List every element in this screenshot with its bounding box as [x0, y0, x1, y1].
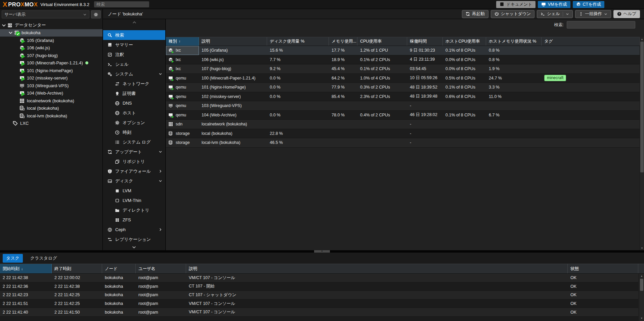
- tree-item[interactable]: 101 (Nginx-HomePage): [0, 67, 102, 74]
- table-row[interactable]: 2 22 11:41:402 22 11:41:50bokukoharoot@p…: [0, 308, 638, 317]
- column-header[interactable]: 説明: [186, 264, 568, 273]
- play-icon: [21, 69, 26, 74]
- cell-type: qemu: [166, 111, 199, 120]
- tree-settings-button[interactable]: [91, 10, 101, 18]
- menu-item[interactable]: ZFS: [103, 215, 165, 225]
- column-header[interactable]: 終了時刻: [52, 264, 102, 273]
- tab-tasks[interactable]: タスク: [3, 254, 23, 263]
- column-header[interactable]: 説明: [199, 37, 267, 46]
- menu-item[interactable]: ファイアウォール: [103, 166, 165, 176]
- tree-item[interactable]: localnetwork (bokukoha): [0, 97, 102, 105]
- menu-item[interactable]: DNS: [103, 98, 165, 108]
- table-row[interactable]: lxc105 (Grafana)15.6 %17.7 %1.2% of 1 CP…: [166, 46, 640, 55]
- menu-item[interactable]: LVM-Thin: [103, 196, 165, 205]
- menu-item[interactable]: 検索: [103, 30, 165, 40]
- restart-button[interactable]: 再起動: [462, 10, 488, 18]
- help-button[interactable]: ヘルプ: [613, 10, 640, 18]
- shell-button[interactable]: シェル: [537, 10, 572, 18]
- menu-item[interactable]: ネットワーク: [103, 79, 165, 89]
- table-row[interactable]: storagelocal (bokukoha)22.8 %-: [166, 129, 640, 139]
- scrollbar-thumb[interactable]: [640, 42, 644, 172]
- tree-item[interactable]: 100 (Minecraft-Paper-1.21.4): [0, 59, 102, 67]
- column-header[interactable]: ノード: [102, 264, 136, 273]
- bulk-actions-button[interactable]: 一括操作: [575, 10, 611, 18]
- column-header[interactable]: 開始時刻↓: [0, 264, 52, 273]
- create-ct-button[interactable]: CTを作成: [573, 1, 604, 8]
- menu-item[interactable]: ディレクトリ: [103, 205, 165, 215]
- menu-item[interactable]: LVM: [103, 186, 165, 196]
- button-divider: [563, 12, 563, 16]
- tree-item[interactable]: local-lvm (bokukoha): [0, 112, 102, 120]
- menu-item[interactable]: 証明書: [103, 89, 165, 98]
- tree-item[interactable]: 107 (hugo-blog): [0, 52, 102, 59]
- cell-uptime: 48 日 18:39:52: [407, 83, 443, 92]
- menu-scroll-up[interactable]: [103, 20, 165, 25]
- tab-cluster-log[interactable]: クラスタログ: [27, 254, 60, 263]
- column-header[interactable]: ホストCPU使用率: [443, 37, 486, 46]
- table-row[interactable]: qemu100 (Minecraft-Paper-1.21.4)0.0 %64.…: [166, 74, 640, 83]
- table-row[interactable]: 2 22 11:42:382 22 12:00:02bokukoharoot@p…: [0, 274, 638, 282]
- view-mode-select[interactable]: サーバ表示: [2, 10, 89, 18]
- scroll-up-arrow[interactable]: ▲: [640, 37, 644, 41]
- type-icon-wrap: [168, 57, 173, 62]
- create-vm-button[interactable]: VMを作成: [538, 1, 570, 8]
- menu-item[interactable]: Ceph: [103, 225, 165, 234]
- menu-scroll-down[interactable]: [103, 242, 165, 250]
- table-row[interactable]: lxc107 (hugo-blog)9.2 %45.4 %0.1% of 2 C…: [166, 64, 640, 74]
- scroll-up-arrow[interactable]: ▲: [639, 274, 644, 278]
- tree-item[interactable]: 102 (misskey-server): [0, 74, 102, 82]
- tree-item[interactable]: 104 (Web-Archive): [0, 90, 102, 97]
- tree-item[interactable]: bokukoha: [0, 29, 102, 37]
- scrollbar-thumb[interactable]: [640, 279, 643, 291]
- table-row[interactable]: 2 22 11:41:512 22 11:42:25bokukoharoot@p…: [0, 300, 638, 308]
- table-row[interactable]: lxc106 (wiki.js)7.7 %18.9 %0.1% of 2 CPU…: [166, 55, 640, 65]
- scroll-down-arrow[interactable]: ▼: [640, 246, 644, 250]
- menu-item[interactable]: 時刻: [103, 127, 165, 137]
- table-row[interactable]: storagelocal-lvm (bokukoha)46.5 %-: [166, 138, 640, 148]
- tree-item[interactable]: データセンター: [0, 21, 102, 29]
- main-table-scrollbar[interactable]: ▲ ▼: [640, 37, 644, 250]
- menu-item[interactable]: システム: [103, 69, 165, 79]
- global-search-input[interactable]: [94, 1, 149, 7]
- table-row[interactable]: sdnlocalnetwork (bokukoha)-: [166, 120, 640, 129]
- menu-item[interactable]: サマリー: [103, 40, 165, 50]
- menu-item[interactable]: 注釈: [103, 50, 165, 59]
- tree-item[interactable]: LXC: [0, 120, 102, 127]
- column-header[interactable]: メモリ使用...: [329, 37, 357, 46]
- menu-item-label: Ceph: [115, 227, 126, 232]
- column-header[interactable]: ホストメモリ使用状況 %: [486, 37, 542, 46]
- square-o-icon: [115, 198, 120, 203]
- tree-item[interactable]: local (bokukoha): [0, 105, 102, 112]
- cell-mem: 17.7 %: [329, 46, 357, 55]
- menu-item[interactable]: アップデート: [103, 147, 165, 157]
- shutdown-button[interactable]: シャットダウン: [491, 10, 535, 18]
- splitter-collapse-handle[interactable]: ▼: [314, 250, 330, 253]
- column-header[interactable]: CPU使用率: [357, 37, 407, 46]
- column-header[interactable]: 種別↑: [166, 37, 199, 46]
- table-row[interactable]: 2 22 11:42:232 22 11:42:25bokukoharoot@p…: [0, 291, 638, 300]
- tree-item[interactable]: 105 (Grafana): [0, 37, 102, 44]
- table-row[interactable]: qemu102 (misskey-server)0.0 %85.4 %2.3% …: [166, 92, 640, 102]
- table-row[interactable]: 2 22 11:42:362 22 11:42:38bokukoharoot@p…: [0, 282, 638, 291]
- table-row[interactable]: qemu101 (Nginx-HomePage)0.0 %77.9 %0.3% …: [166, 83, 640, 92]
- column-header[interactable]: 状態: [568, 264, 638, 273]
- menu-item[interactable]: シェル: [103, 59, 165, 69]
- column-header[interactable]: ディスク使用量 %: [267, 37, 329, 46]
- scroll-down-arrow[interactable]: ▼: [639, 316, 644, 320]
- column-header[interactable]: ユーザ名: [136, 264, 186, 273]
- menu-item[interactable]: ディスク: [103, 176, 165, 186]
- menu-item[interactable]: ホスト: [103, 108, 165, 118]
- menu-item[interactable]: オプション: [103, 118, 165, 127]
- tree-item[interactable]: 103 (Wireguard-VPS): [0, 82, 102, 90]
- column-header[interactable]: 稼働時間: [407, 37, 443, 46]
- play-icon: [171, 69, 174, 72]
- documentation-button[interactable]: ドキュメント: [496, 1, 535, 8]
- table-row[interactable]: qemu104 (Web-Archive)0.0 %78.0 %0.4% of …: [166, 111, 640, 120]
- column-header[interactable]: タグ: [542, 37, 640, 46]
- menu-item[interactable]: システム ログ: [103, 137, 165, 147]
- tree-item[interactable]: 106 (wiki.js): [0, 44, 102, 52]
- table-row[interactable]: qemu103 (Wireguard-VPS)-: [166, 101, 640, 111]
- task-table-scrollbar[interactable]: ▲ ▼: [639, 274, 644, 321]
- menu-item[interactable]: リポジトリ: [103, 157, 165, 166]
- table-filter-input[interactable]: [567, 21, 635, 29]
